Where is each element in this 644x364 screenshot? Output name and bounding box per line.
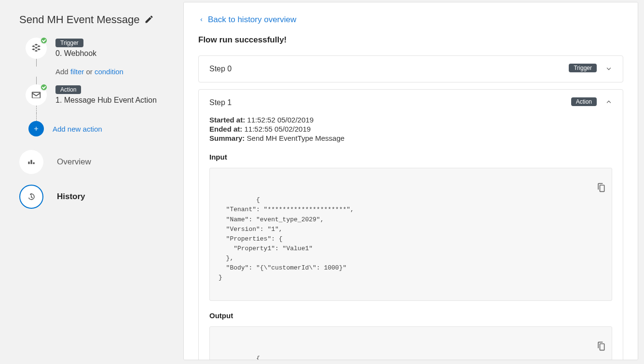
- copy-icon[interactable]: [551, 173, 606, 205]
- step-card-0: Step 0 Trigger: [198, 55, 623, 82]
- input-code: { "Tenant": "*********************", "Na…: [219, 196, 354, 281]
- history-icon: [19, 185, 43, 209]
- flow-steps: Trigger 0. Webhook Add filter or conditi…: [26, 38, 174, 136]
- success-badge-icon: [40, 83, 48, 91]
- nav-history[interactable]: History: [19, 185, 174, 209]
- add-action-row[interactable]: Add new action: [26, 121, 174, 136]
- add-filter-line: Add filter or condition: [26, 67, 174, 77]
- input-label: Input: [209, 153, 612, 161]
- output-code-block: { "Succeeded": true }: [209, 326, 612, 360]
- add-filter-prefix: Add: [55, 67, 69, 76]
- filter-link[interactable]: filter: [70, 67, 84, 76]
- summary: Summary: Send MH EventType Message: [209, 134, 612, 142]
- flow-step-trigger[interactable]: Trigger 0. Webhook: [26, 38, 174, 59]
- sidebar: Send MH Event Message Trigger 0. Webhook…: [0, 0, 183, 364]
- started-label: Started at:: [209, 116, 245, 124]
- step-card-badge: Action: [571, 97, 597, 106]
- status-heading: Flow run successfully!: [198, 35, 623, 45]
- add-action-label: Add new action: [53, 125, 102, 133]
- started-value: 11:52:52 05/02/2019: [247, 116, 314, 124]
- edit-icon[interactable]: [144, 14, 154, 26]
- step-card-1: Step 1 Action Started at: 11:52:52 05/02…: [198, 89, 623, 360]
- step-badge: Trigger: [55, 39, 83, 47]
- condition-link[interactable]: condition: [95, 67, 123, 76]
- step-label: 1. Message Hub Event Action: [55, 96, 157, 105]
- output-label: Output: [209, 311, 612, 320]
- success-badge-icon: [40, 37, 48, 44]
- back-label: Back to history overview: [208, 15, 296, 25]
- flow-title-row: Send MH Event Message: [19, 13, 174, 26]
- step-card-title: Step 1: [209, 98, 232, 107]
- ended-at: Ended at: 11:52:55 05/02/2019: [209, 125, 612, 133]
- chevron-up-icon[interactable]: [605, 99, 612, 107]
- nav-label: History: [57, 192, 85, 202]
- step-card-header[interactable]: Step 0 Trigger: [199, 56, 623, 82]
- plus-icon[interactable]: [28, 121, 44, 136]
- copy-icon[interactable]: [551, 332, 606, 360]
- chevron-down-icon[interactable]: [605, 65, 612, 73]
- step-meta: Trigger 0. Webhook: [55, 38, 96, 58]
- step-meta: Action 1. Message Hub Event Action: [55, 84, 157, 105]
- summary-label: Summary:: [209, 134, 245, 142]
- step-card-badge: Trigger: [569, 64, 597, 72]
- add-filter-or: or: [86, 67, 92, 76]
- step-card-header[interactable]: Step 1 Action: [199, 90, 623, 116]
- connector: [36, 59, 37, 67]
- input-code-block: { "Tenant": "*********************", "Na…: [209, 168, 612, 301]
- main-panel: Back to history overview Flow run succes…: [183, 2, 638, 360]
- flow-step-action[interactable]: Action 1. Message Hub Event Action: [26, 84, 174, 106]
- connector: [36, 77, 37, 84]
- output-code: { "Succeeded": true }: [219, 355, 290, 360]
- step-badge: Action: [55, 85, 81, 94]
- step-card-body: Started at: 11:52:52 05/02/2019 Ended at…: [199, 116, 623, 360]
- chevron-left-icon: [198, 17, 204, 23]
- step-card-title: Step 0: [209, 65, 232, 73]
- summary-value: Send MH EventType Message: [247, 134, 345, 142]
- started-at: Started at: 11:52:52 05/02/2019: [209, 116, 612, 124]
- nav-list: Overview History: [19, 150, 174, 209]
- nav-label: Overview: [57, 157, 91, 167]
- ended-label: Ended at:: [209, 125, 242, 133]
- ended-value: 11:52:55 05/02/2019: [245, 125, 311, 133]
- connector: [36, 113, 37, 121]
- flow-title: Send MH Event Message: [19, 13, 139, 26]
- step-circle: [26, 38, 47, 59]
- back-link[interactable]: Back to history overview: [198, 15, 623, 25]
- nav-overview[interactable]: Overview: [19, 150, 174, 174]
- blocks-icon: [31, 43, 41, 54]
- step-label: 0. Webhook: [55, 49, 96, 58]
- overview-icon: [19, 150, 43, 174]
- step-circle: [26, 84, 47, 106]
- envelope-icon: [31, 90, 41, 100]
- connector: [36, 106, 37, 113]
